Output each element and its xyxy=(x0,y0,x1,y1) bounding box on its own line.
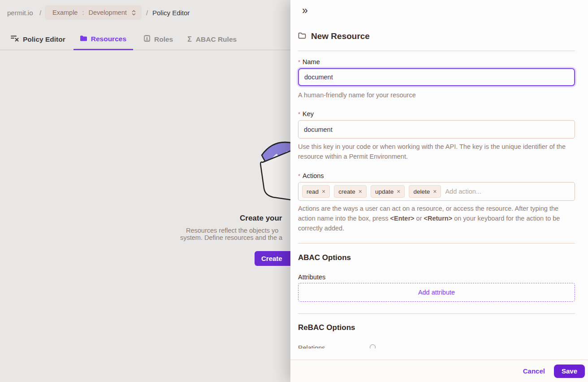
enter-key-hint: <Enter> xyxy=(390,215,415,222)
required-marker: * xyxy=(298,172,300,179)
breadcrumb-separator: / xyxy=(146,9,148,17)
action-tag: update × xyxy=(371,185,405,198)
divider xyxy=(298,313,575,314)
remove-tag-icon[interactable]: × xyxy=(359,188,362,195)
name-input[interactable] xyxy=(298,68,575,86)
breadcrumb-separator: / xyxy=(39,9,41,17)
required-marker: * xyxy=(298,110,300,117)
info-icon xyxy=(370,344,376,348)
action-tag-label: update xyxy=(375,188,393,195)
project-environment-selector[interactable]: Example : Development xyxy=(45,5,142,20)
rebac-options-heading: ReBAC Options xyxy=(298,323,355,332)
add-action-input[interactable] xyxy=(445,188,571,195)
project-env-divider: : xyxy=(82,9,84,16)
environment-name: Development xyxy=(88,9,126,16)
attributes-label: Attributes xyxy=(298,273,325,281)
action-tag: create × xyxy=(334,185,367,198)
tab-policy-editor[interactable]: Policy Editor xyxy=(11,29,66,50)
tab-abac-rules[interactable]: Σ ABAC Rules xyxy=(184,29,240,50)
action-tag-label: read xyxy=(307,188,319,195)
return-key-hint: <Return> xyxy=(424,215,453,222)
relations-label: Relations xyxy=(298,344,325,348)
sigma-icon: Σ xyxy=(187,35,192,43)
folder-outline-icon xyxy=(298,32,306,41)
empty-state-title: Create your xyxy=(240,214,282,223)
action-tag-label: create xyxy=(338,188,355,195)
action-tag: delete × xyxy=(409,185,441,198)
name-label: * Name xyxy=(298,58,320,65)
tab-label: Resources xyxy=(91,35,126,43)
tab-roles[interactable]: Roles xyxy=(140,29,177,50)
remove-tag-icon[interactable]: × xyxy=(397,188,400,195)
action-tag: read × xyxy=(302,185,330,198)
save-button[interactable]: Save xyxy=(554,365,585,378)
tab-label: ABAC Rules xyxy=(196,35,237,43)
action-tag-label: delete xyxy=(413,188,430,195)
folder-icon xyxy=(80,35,87,43)
policy-editor-icon xyxy=(11,35,19,43)
add-attribute-button[interactable]: Add attribute xyxy=(298,283,575,302)
drawer-footer: Cancel Save xyxy=(290,360,588,382)
tab-label: Roles xyxy=(154,35,173,43)
remove-tag-icon[interactable]: × xyxy=(322,188,325,195)
remove-tag-icon[interactable]: × xyxy=(433,188,437,195)
name-helper-text: A human-friendly name for your resource xyxy=(298,90,416,100)
rebac-clipped-field-row: Relations xyxy=(298,344,477,348)
divider xyxy=(298,51,575,51)
key-label: * Key xyxy=(298,110,314,117)
policy-editor-page: permit.io / Example : Development / Poli… xyxy=(0,0,588,382)
brand-permit-io[interactable]: permit.io xyxy=(7,9,33,17)
key-input[interactable] xyxy=(298,120,575,139)
new-resource-drawer: » New Resource * Name A human-friendly n… xyxy=(290,0,588,382)
roles-badge-icon xyxy=(144,35,150,43)
collapse-drawer-icon[interactable]: » xyxy=(300,4,310,17)
empty-state-description-line1: Resources reflect the objects yo xyxy=(186,227,278,234)
create-button-label: Create xyxy=(261,255,282,262)
project-name: Example xyxy=(52,9,78,16)
cancel-button[interactable]: Cancel xyxy=(523,367,545,375)
key-helper-text: Use this key in your code or when workin… xyxy=(298,142,572,161)
empty-state-description-line2: system. Define resources and the a xyxy=(180,234,282,241)
actions-tag-input[interactable]: read × create × update × delete × xyxy=(298,182,575,201)
drawer-header: New Resource xyxy=(298,31,370,41)
breadcrumb-current-page: Policy Editor xyxy=(152,9,190,17)
chevron-up-down-icon xyxy=(131,9,136,17)
actions-label: * Actions xyxy=(298,172,324,179)
abac-options-heading: ABAC Options xyxy=(298,253,351,262)
actions-helper-text: Actions are the ways a user can act on a… xyxy=(298,204,574,233)
divider xyxy=(298,243,575,243)
tab-label: Policy Editor xyxy=(23,35,65,43)
tab-resources[interactable]: Resources xyxy=(74,29,133,50)
drawer-title: New Resource xyxy=(311,31,370,41)
required-marker: * xyxy=(298,58,300,65)
